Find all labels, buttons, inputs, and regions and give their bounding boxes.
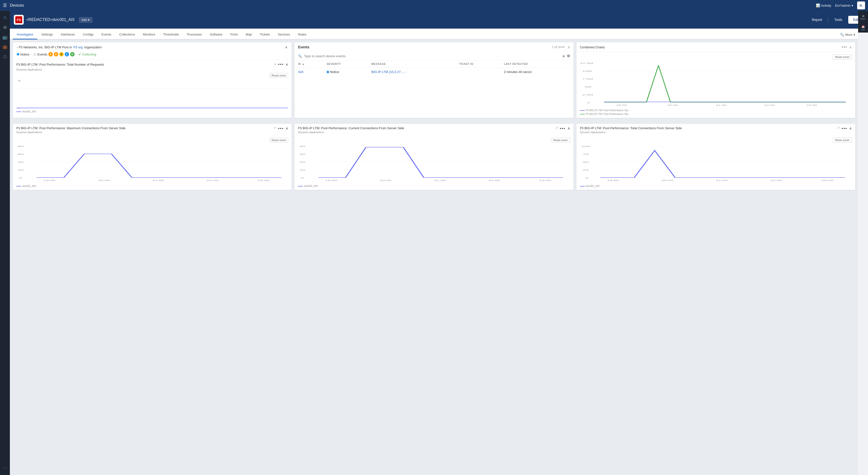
event-count-1: 0 (49, 52, 53, 57)
chart4-collapse[interactable]: ∧ (849, 126, 852, 130)
sidebar-item-devices[interactable]: 📺 (0, 33, 9, 41)
event-message-link[interactable]: BIG-IP LTM (10.2.27.... - (371, 70, 406, 74)
tab-map[interactable]: Map (242, 30, 256, 39)
svg-text:0: 0 (301, 177, 304, 179)
tab-interfaces[interactable]: Interfaces (57, 30, 79, 39)
chart2-legend: dvic001_AIX (16, 185, 288, 188)
tab-events[interactable]: Events (97, 30, 115, 39)
chart4-menu[interactable]: ••• (842, 126, 847, 131)
tab-processes[interactable]: Processes (183, 30, 206, 39)
combined-charts-menu[interactable]: ••• (842, 45, 847, 49)
chart2-legend-icon (16, 186, 21, 186)
tab-software[interactable]: Software (206, 30, 226, 39)
combined-charts-collapse[interactable]: ∧ (849, 45, 852, 49)
event-count-4: 1 (65, 52, 69, 57)
left-sidebar: ⚠ ⊞ 📺 💼 ⎔ ⋯ (0, 11, 10, 475)
combined-charts-actions: ••• ∧ (842, 45, 852, 49)
sidebar-settings-icon[interactable]: ⋯ (0, 463, 9, 472)
chart2-sparkline-icon[interactable]: ↗ (274, 126, 276, 130)
tab-investigator[interactable]: Investigator (13, 30, 37, 39)
info-badge[interactable]: Info ▾ (79, 17, 93, 23)
tools-button[interactable]: Tools (831, 16, 845, 23)
tab-more[interactable]: 🔍 More ▾ (840, 30, 855, 39)
chart2-header: F5 BIG-IP LTM: Pool Performance: Maximum… (13, 124, 291, 137)
events-collapse[interactable]: ∧ (567, 45, 570, 49)
event-message: BIG-IP LTM (10.2.27.... - (368, 68, 456, 76)
svg-text:4: 4 (18, 79, 21, 82)
tab-services[interactable]: Services (274, 30, 294, 39)
chart3-menu[interactable]: ••• (560, 126, 566, 131)
hamburger-icon[interactable]: ☰ (3, 3, 7, 8)
svg-text:40: 40 (300, 145, 306, 147)
svg-text:23:00: 23:00 (821, 179, 833, 181)
chart4-reset-zoom[interactable]: Reset zoom (833, 138, 852, 142)
sidebar-item-topology[interactable]: ⎔ (0, 52, 9, 61)
chart3-header: F5 BIG-IP LTM: Pool Performance: Current… (294, 124, 573, 137)
chart2-reset-zoom[interactable]: Reset zoom (269, 138, 288, 142)
svg-text:5M: 5M (585, 86, 591, 88)
event-id[interactable]: 416 (294, 68, 323, 76)
chart3-title-row: F5 BIG-IP LTM: Pool Performance: Current… (298, 126, 570, 131)
report-button[interactable]: Report (809, 16, 825, 23)
col-id: ID ▲ (294, 60, 323, 68)
chart1-collapse[interactable]: ∧ (286, 62, 288, 66)
right-action-panel: ▦ EDIT 📅 24H (858, 11, 868, 33)
chart3-sparkline-icon[interactable]: ↗ (555, 126, 558, 130)
tab-settings[interactable]: Settings (37, 30, 57, 39)
user-menu[interactable]: Em7admin ▾ (835, 4, 853, 7)
activity-link[interactable]: 📊 Activity (816, 3, 831, 7)
events-badge: ⚠ Events 0 0 0 1 0 (33, 52, 74, 57)
tab-collections[interactable]: Collections (115, 30, 139, 39)
combined-legend: F5 BIG-IP LTM: Pool Performance: Byt... … (580, 109, 852, 115)
tab-configs[interactable]: Configs (79, 30, 97, 39)
event-ticket (456, 68, 500, 76)
timerange-button[interactable]: 📅 24H (859, 24, 868, 33)
tab-tickets[interactable]: Tickets (256, 30, 274, 39)
svg-text:0: 0 (587, 102, 590, 104)
alert-icon: ⚠ (33, 52, 36, 56)
list-view-icon[interactable]: ≡ (563, 54, 565, 58)
tab-monitors[interactable]: Monitors (139, 30, 159, 39)
chart3-legend-icon (298, 186, 303, 186)
svg-text:19:00: 19:00 (43, 179, 55, 181)
tab-ports[interactable]: Ports (226, 30, 242, 39)
events-panel: Events 1 of 1 ••• ∧ 🔍 ≡ ⚙ ID ▲ SEVERITY (294, 42, 573, 118)
svg-text:20:00: 20:00 (380, 179, 392, 181)
sparkline-icon[interactable]: ↗ (274, 63, 276, 66)
combined-charts-title: Combined Charts (580, 45, 842, 49)
chart3-title: F5 BIG-IP LTM: Pool Performance: Current… (298, 126, 554, 131)
chart4-legend: dvic001_AIX (580, 185, 852, 188)
chart1-menu[interactable]: ••• (278, 62, 284, 67)
events-search-input[interactable] (304, 54, 561, 58)
events-header: Events 1 of 1 ••• ∧ (294, 42, 573, 52)
table-row: 416 Notice BIG-IP LTM (10.2.27.... - 2 m… (294, 68, 573, 76)
chart4-title-row: F5 BIG-IP LTM: Pool Performance: Total C… (580, 126, 852, 131)
chart1-reset-zoom[interactable]: Reset zoom (269, 73, 288, 78)
chart3-reset-zoom[interactable]: Reset zoom (551, 138, 570, 142)
sidebar-item-dashboard[interactable]: ⊞ (0, 23, 9, 32)
grid-icon: ▦ (862, 14, 864, 17)
combined-legend-2: F5 BIG-IP LTM: Pool Performance: Byt... (580, 113, 852, 115)
events-menu[interactable]: ••• (559, 45, 565, 49)
chart2-menu[interactable]: ••• (278, 126, 284, 131)
chart4-sparkline-icon[interactable]: ↗ (837, 126, 840, 130)
collapse-icon[interactable]: ∧ (285, 45, 288, 49)
svg-text:23:00: 23:00 (806, 104, 817, 106)
svg-text:2.5M: 2.5M (582, 94, 593, 96)
chart3-collapse[interactable]: ∧ (567, 126, 570, 130)
status-row: Notice ⚠ Events 0 0 0 1 0 ✔ Collecting (17, 52, 288, 57)
settings-icon[interactable]: ⚙ (567, 54, 570, 58)
tab-notes[interactable]: Notes (294, 30, 310, 39)
severity-dot (327, 71, 329, 73)
svg-text:20:00: 20:00 (98, 179, 110, 181)
search-icon: 🔍 (298, 54, 302, 58)
svg-text:80: 80 (18, 145, 24, 147)
sidebar-item-business[interactable]: 💼 (0, 42, 9, 51)
tab-thresholds[interactable]: Thresholds (159, 30, 183, 39)
chart2-title-row: F5 BIG-IP LTM: Pool Performance: Maximum… (16, 126, 288, 131)
chart2-collapse[interactable]: ∧ (286, 126, 288, 130)
combined-reset-zoom[interactable]: Reset zoom (833, 55, 852, 60)
edit-panel-button[interactable]: ▦ EDIT (859, 13, 868, 22)
org-link[interactable]: F5 org (73, 45, 83, 49)
sidebar-item-alerts[interactable]: ⚠ (0, 13, 9, 22)
